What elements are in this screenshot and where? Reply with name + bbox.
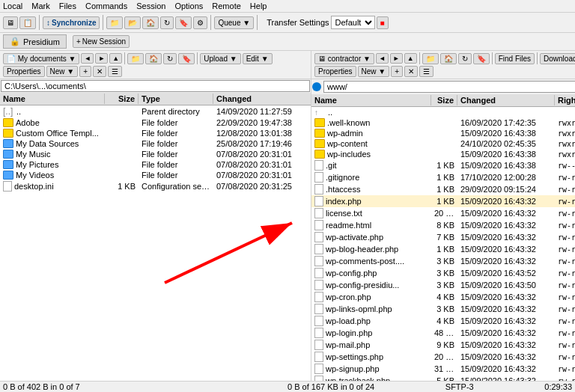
right-file-row[interactable]: wp-blog-header.php 1 KB 15/09/2020 16:43… [311,243,575,255]
right-file-row[interactable]: wp-load.php 4 KB 15/09/2020 16:43:32 rw-… [311,315,575,327]
new-session-button[interactable]: + New Session [73,35,130,48]
right-up-btn[interactable]: ▲ [404,53,417,64]
folder-icon-1[interactable]: 📁 [106,16,123,29]
menu-mark[interactable]: Mark [31,1,49,10]
right-file-row[interactable]: wp-activate.php 7 KB 15/09/2020 16:43:32… [311,231,575,243]
left-col-type[interactable]: Type [139,94,213,104]
right-folder-btn[interactable]: 📁 [422,53,439,64]
right-view-btn[interactable]: ☰ [419,66,433,77]
right-new-btn[interactable]: New ▼ [358,66,390,77]
left-file-list[interactable]: [..].. Parent directory 14/09/2020 11:27… [0,105,311,381]
menu-commands[interactable]: Commands [85,1,127,10]
right-column-header: Name Size Changed Rights Owner [311,94,575,107]
left-path-bar[interactable]: C:\Users\...\ocuments\ [1,80,310,92]
left-col-changed[interactable]: Changed [213,94,311,104]
left-add-btn[interactable]: + [79,66,91,77]
right-file-row[interactable]: .gitignore 1 KB 17/10/2020 12:00:28 rw-r… [311,171,575,183]
right-file-row[interactable]: wp-mail.php 9 KB 15/09/2020 16:43:32 rw-… [311,339,575,351]
left-bookmark-btn[interactable]: 🔖 [178,53,195,64]
right-home-btn[interactable]: 🏠 [440,53,457,64]
toolbar-local-icon[interactable]: 🖥 [3,16,18,29]
left-my-documents-dropdown[interactable]: 📄 My documents ▼ [3,53,79,64]
left-file-row[interactable]: My Music File folder 07/08/2020 20:31:01 [0,149,311,159]
right-refresh-btn[interactable]: ↻ [458,53,472,64]
left-file-row[interactable]: My Pictures File folder 07/08/2020 20:31… [0,159,311,170]
stop-button[interactable]: ■ [377,16,389,29]
left-file-row[interactable]: desktop.ini 1 KB Configuration sett... 0… [0,180,311,192]
right-file-row[interactable]: wp-cron.php 4 KB 15/09/2020 16:43:32 rw-… [311,291,575,303]
left-view-btn[interactable]: ☰ [108,66,122,77]
left-file-row[interactable]: My Videos File folder 07/08/2020 20:31:0… [0,170,311,180]
left-folder-btn[interactable]: 📁 [127,53,144,64]
menu-files[interactable]: Files [59,1,76,10]
settings-icon[interactable]: ⚙ [193,16,207,29]
right-forward-btn[interactable]: ► [390,53,403,64]
left-home-btn[interactable]: 🏠 [145,53,162,64]
left-file-row[interactable]: Custom Office Templ... File folder 12/08… [0,128,311,138]
right-path-bar[interactable]: www/ [323,81,575,93]
transfer-settings-dropdown[interactable]: Default [331,16,375,29]
left-file-row[interactable]: Adobe File folder 22/09/2020 19:47:38 [0,117,311,128]
left-file-row[interactable]: [..].. Parent directory 14/09/2020 11:27… [0,105,311,117]
right-file-row[interactable]: wp-admin 15/09/2020 16:43:38 rwxr-xr-x n… [311,128,575,138]
left-col-name[interactable]: Name [0,94,105,104]
right-file-row[interactable]: wp-settings.php 20 KB 15/09/2020 16:43:3… [311,351,575,363]
left-refresh-btn[interactable]: ↻ [163,53,177,64]
menu-remote[interactable]: Remote [212,1,241,10]
toolbar-marks-icon[interactable]: 📋 [19,16,36,29]
right-file-row[interactable]: readme.html 8 KB 15/09/2020 16:43:32 rw-… [311,219,575,231]
right-file-row[interactable]: wp-config.php 3 KB 15/09/2020 16:43:52 r… [311,267,575,279]
right-col-changed[interactable]: Changed [457,95,555,105]
right-file-row[interactable]: wp-links-opml.php 3 KB 15/09/2020 16:43:… [311,303,575,315]
right-file-name: index.php [311,196,431,206]
right-file-row[interactable]: wp-signup.php 31 KB 15/09/2020 16:43:32 … [311,363,575,375]
right-delete-btn[interactable]: ✕ [404,66,418,77]
right-file-list[interactable]: ↑.. .well-known 16/09/2020 17:42:35 rwxr… [311,107,575,381]
left-new-btn[interactable]: New ▼ [46,66,79,77]
right-download-btn[interactable]: Download ▼ [540,53,575,64]
right-col-rights[interactable]: Rights [555,95,575,105]
presidium-tab[interactable]: 🔒 Presidium [3,34,67,49]
menu-options[interactable]: Options [174,1,203,10]
right-file-row[interactable]: wp-login.php 48 KB 15/09/2020 16:43:32 r… [311,327,575,339]
right-file-row[interactable]: .htaccess 1 KB 29/09/2020 09:15:24 rw-r-… [311,183,575,195]
folder-icon-2[interactable]: 📂 [124,16,141,29]
left-upload-btn[interactable]: Upload ▼ [200,53,240,64]
right-find-files-btn[interactable]: Find Files [495,53,535,64]
home-icon[interactable]: 🏠 [142,16,159,29]
menu-local[interactable]: Local [3,1,22,10]
right-col-name[interactable]: Name [311,95,431,105]
right-add-btn[interactable]: + [391,66,403,77]
file-icon [314,328,323,338]
right-file-row[interactable]: ↑.. [311,107,575,117]
menu-help[interactable]: Help [250,1,267,10]
right-file-row[interactable]: license.txt 20 KB 15/09/2020 16:43:32 rw… [311,207,575,219]
refresh-icon[interactable]: ↻ [160,16,174,29]
left-back-btn[interactable]: ◄ [81,53,94,64]
synchronize-button[interactable]: ↕ Synchronize [43,16,100,29]
right-bookmark-btn[interactable]: 🔖 [473,53,490,64]
right-back-btn[interactable]: ◄ [376,53,389,64]
right-properties-btn[interactable]: Properties [314,66,356,77]
right-file-row[interactable]: index.php 1 KB 15/09/2020 16:43:32 rw-r-… [311,195,575,207]
left-col-size[interactable]: Size [105,94,139,104]
right-file-row[interactable]: .git 1 KB 15/09/2020 16:43:38 rw------- … [311,159,575,171]
left-edit-btn[interactable]: Edit ▼ [243,53,273,64]
right-file-row[interactable]: .well-known 16/09/2020 17:42:35 rwxr-xr-… [311,117,575,128]
left-file-row[interactable]: My Data Sources File folder 25/08/2020 1… [0,138,311,149]
bookmark-icon[interactable]: 🔖 [175,16,192,29]
left-forward-btn[interactable]: ► [95,53,108,64]
right-file-row[interactable]: wp-comments-post.... 3 KB 15/09/2020 16:… [311,255,575,267]
right-file-row[interactable]: wp-content 24/10/2020 02:45:35 rwxr-xr-x… [311,138,575,149]
left-delete-btn[interactable]: ✕ [93,66,106,77]
menu-session[interactable]: Session [136,1,165,10]
right-file-row[interactable]: wp-config-presidiu... 3 KB 15/09/2020 16… [311,279,575,291]
left-up-btn[interactable]: ▲ [109,53,122,64]
right-col-size[interactable]: Size [431,95,457,105]
right-file-row[interactable]: wp-includes 15/09/2020 16:43:38 rwxr-xr-… [311,149,575,159]
right-contractor-dropdown[interactable]: 🖥 contractor ▼ [314,53,374,64]
right-file-rights: rw-r--r-- [555,174,575,182]
queue-button[interactable]: Queue ▼ [214,16,254,29]
right-file-row[interactable]: wp-trackback.php 5 KB 15/09/2020 16:43:3… [311,375,575,381]
left-properties-btn[interactable]: Properties [3,66,45,77]
